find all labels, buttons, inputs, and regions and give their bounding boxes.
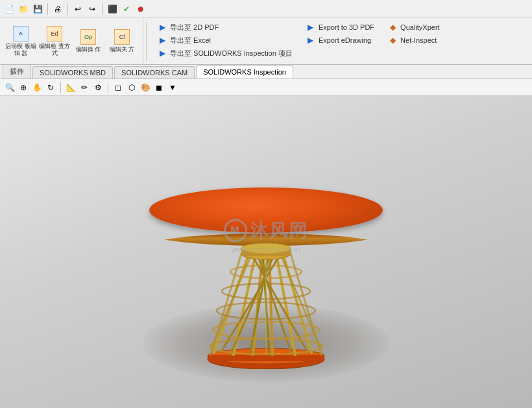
edit-check-icon: Ed	[47, 26, 62, 42]
toolbar-separator-3	[102, 3, 103, 15]
export-col-2: ▶ Export to 3D PDF ▶ Export eDrawing	[306, 22, 374, 60]
toolbar-separator-2	[67, 3, 68, 15]
export-inspection-link[interactable]: ▶ 导出至 SOLIDWORKS Inspection 项目	[157, 48, 293, 58]
qualityxpert-icon: ◆	[387, 22, 398, 32]
tabs-row: 插件 SOLIDWORKS MBD SOLIDWORKS CAM SOLIDWO…	[0, 65, 532, 79]
export-3dpdf-icon: ▶	[306, 22, 316, 32]
ribbon-export-area: ▶ 导出至 2D PDF ▶ 导出至 Excel ▶ 导出至 SOLIDWORK…	[149, 18, 532, 64]
export-edrawing-icon: ▶	[306, 35, 316, 45]
qualityxpert-label: QualityXpert	[400, 23, 440, 31]
tools-separator-2	[108, 82, 108, 93]
tools-row: 🔍 ⊕ ✋ ↻ 📐 ✏ ⚙ ◻ ⬡ 🎨 ◼ ▼	[0, 79, 532, 96]
box-icon[interactable]: ⬛	[106, 3, 119, 16]
quality-col: ◆ QualityXpert ◆ Net-Inspect	[387, 22, 440, 60]
more-icon[interactable]: ▼	[167, 82, 178, 93]
annotation-icon[interactable]: ✏	[79, 82, 90, 93]
tab-cam[interactable]: SOLIDWORKS CAM	[114, 66, 195, 78]
rect-icon[interactable]: ◻	[112, 82, 124, 93]
edit-ops-label: 编辑操 作	[76, 46, 101, 53]
export-excel-icon: ▶	[157, 35, 167, 45]
3d-viewport[interactable]: M 沐风网 www.mfcad.com	[0, 96, 532, 408]
edit-ops-icon: Op	[80, 29, 96, 45]
tab-inspection[interactable]: SOLIDWORKS Inspection	[196, 66, 293, 78]
print-icon[interactable]: 🖨	[51, 3, 64, 16]
hex-icon[interactable]: ⬡	[126, 82, 138, 93]
settings-icon[interactable]: ⚙	[92, 82, 104, 93]
export-excel-label: 导出至 Excel	[170, 36, 211, 45]
export-col-1: ▶ 导出至 2D PDF ▶ 导出至 Excel ▶ 导出至 SOLIDWORK…	[157, 22, 293, 60]
toolbar-separator-1	[47, 3, 48, 15]
export-2dpdf-label: 导出至 2D PDF	[170, 23, 219, 32]
auto-template-label: 启动模 板编辑 器	[5, 43, 36, 57]
export-inspection-icon: ▶	[157, 48, 167, 58]
circle-icon[interactable]: ⏺	[134, 3, 147, 16]
scene-container: M 沐风网 www.mfcad.com	[0, 96, 532, 408]
edit-ops-button[interactable]: Op 编辑操 作	[73, 26, 104, 57]
rotate-icon[interactable]: ↻	[45, 82, 56, 93]
export-2dpdf-link[interactable]: ▶ 导出至 2D PDF	[157, 22, 293, 32]
fill-icon[interactable]: ◼	[153, 82, 165, 93]
qualityxpert-link[interactable]: ◆ QualityXpert	[387, 22, 440, 32]
edit-close-icon: Cl	[114, 29, 130, 45]
auto-template-icon: A	[13, 26, 29, 42]
table-pedestal	[201, 239, 331, 369]
ribbon-divider-1	[146, 22, 147, 61]
netinspect-icon: ◆	[387, 35, 398, 45]
edit-check-button[interactable]: Ed 编辑检 查方式	[39, 26, 70, 57]
table-top	[149, 187, 383, 246]
zoom-area-icon[interactable]: ⊕	[18, 82, 29, 93]
export-excel-link[interactable]: ▶ 导出至 Excel	[157, 35, 293, 45]
table-surface	[149, 187, 383, 233]
table-model	[149, 187, 383, 369]
measure-icon[interactable]: 📐	[65, 82, 77, 93]
open-icon[interactable]: 📁	[17, 3, 30, 16]
ribbon-section-main: A 启动模 板编辑 器 Ed 编辑检 查方式 Op 编辑操 作 Cl	[0, 18, 143, 64]
export-2dpdf-icon: ▶	[157, 22, 167, 32]
redo-icon[interactable]: ↪	[86, 3, 99, 16]
save-icon[interactable]: 💾	[31, 3, 44, 16]
export-edrawing-link[interactable]: ▶ Export eDrawing	[306, 35, 374, 45]
svg-point-28	[241, 243, 291, 254]
pan-icon[interactable]: ✋	[31, 82, 43, 93]
zoom-fit-icon[interactable]: 🔍	[4, 82, 16, 93]
edit-close-label: 编辑关 方	[110, 46, 135, 53]
tab-plugins[interactable]: 插件	[3, 64, 31, 78]
undo-icon[interactable]: ↩	[71, 3, 84, 16]
auto-template-button[interactable]: A 启动模 板编辑 器	[5, 26, 36, 57]
check-icon[interactable]: ✔	[120, 3, 133, 16]
export-inspection-label: 导出至 SOLIDWORKS Inspection 项目	[170, 49, 293, 58]
export-edrawing-label: Export eDrawing	[319, 36, 371, 44]
tools-separator-1	[60, 82, 61, 93]
export-3dpdf-label: Export to 3D PDF	[319, 23, 374, 31]
edit-check-label: 编辑检 查方式	[39, 43, 70, 57]
color-icon[interactable]: 🎨	[139, 82, 151, 93]
ribbon-toolbar: A 启动模 板编辑 器 Ed 编辑检 查方式 Op 编辑操 作 Cl	[0, 18, 532, 65]
top-toolbar: 📄 📁 💾 🖨 ↩ ↪ ⬛ ✔ ⏺	[0, 0, 532, 18]
tab-mbd[interactable]: SOLIDWORKS MBD	[32, 66, 113, 78]
netinspect-link[interactable]: ◆ Net-Inspect	[387, 35, 440, 45]
svg-rect-2	[208, 355, 324, 361]
pedestal-svg	[201, 239, 331, 369]
netinspect-label: Net-Inspect	[400, 36, 437, 44]
edit-close-button[interactable]: Cl 编辑关 方	[106, 26, 138, 57]
new-file-icon[interactable]: 📄	[3, 3, 16, 16]
export-3dpdf-link[interactable]: ▶ Export to 3D PDF	[306, 22, 374, 32]
